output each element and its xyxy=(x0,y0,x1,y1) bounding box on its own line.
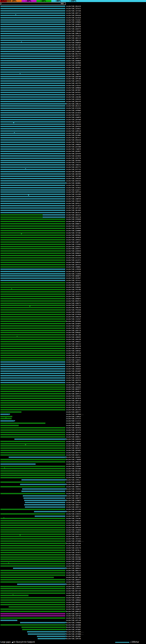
hit-label[interactable]: UniRef100_Q70AF5 xyxy=(66,51,81,52)
hit-label[interactable]: UniRef100_A7MW48 xyxy=(66,443,81,445)
hit-bar[interactable] xyxy=(0,540,65,542)
hit-label[interactable]: UniRef100_Q946W7 xyxy=(66,493,81,494)
hit-label[interactable]: UniRef100_C6T577 xyxy=(66,291,81,293)
hit-label[interactable]: UniRef100_B9RG10 xyxy=(66,520,81,522)
hit-label[interactable]: UniRef100_Q39770 xyxy=(66,158,81,159)
hit-bar[interactable] xyxy=(0,300,65,302)
hit-bar[interactable] xyxy=(0,12,65,14)
hit-label[interactable]: UniRef100_A9PHL6 xyxy=(66,565,81,567)
hit-label[interactable]: UniRef100_A9NXW2 xyxy=(66,522,81,524)
hit-bar[interactable] xyxy=(0,380,65,381)
hit-bar[interactable] xyxy=(0,15,65,16)
hit-bar[interactable] xyxy=(0,135,65,136)
hit-label[interactable]: UniRef100_Q9ATL8 xyxy=(66,400,81,402)
hit-label[interactable]: UniRef100_Q04119 xyxy=(66,37,81,39)
hit-bar[interactable] xyxy=(0,208,65,208)
hit-label[interactable]: UniRef100_C6T404 xyxy=(66,232,81,234)
hit-bar[interactable] xyxy=(0,262,65,263)
hit-bar[interactable] xyxy=(0,110,65,111)
hit-bar[interactable] xyxy=(0,613,65,614)
hit-label[interactable]: UniRef100_C6TAJ5 xyxy=(66,8,81,10)
hit-bar[interactable] xyxy=(0,194,65,195)
hit-label[interactable]: UniRef100_Q9FW95 xyxy=(66,450,81,452)
hit-label[interactable]: UniRef100_A9HJ55 xyxy=(66,377,81,379)
hit-label[interactable]: UniRef100_B6V696 xyxy=(66,26,81,28)
hit-label[interactable]: UniRef100_UPI000... xyxy=(66,414,84,415)
hit-bar[interactable] xyxy=(0,556,65,558)
hit-label[interactable]: UniRef100_C0HGZ4 xyxy=(66,572,81,574)
hit-bar[interactable] xyxy=(0,350,65,351)
hit-bar[interactable] xyxy=(0,296,65,297)
hit-label[interactable]: UniRef100_B9HXE7 xyxy=(66,602,81,603)
hit-label[interactable]: UniRef100_A7PJU7 xyxy=(66,94,81,96)
hit-bar[interactable] xyxy=(0,133,65,134)
hit-label[interactable]: UniRef100_B6SZH3 xyxy=(66,563,81,565)
hit-bar[interactable] xyxy=(0,56,65,57)
hit-bar[interactable] xyxy=(0,264,65,265)
hit-bar[interactable] xyxy=(0,142,65,143)
hit-label[interactable]: UniRef100_Q41616 xyxy=(66,17,81,19)
hit-label[interactable]: UniRef100_C6T446 xyxy=(66,10,81,12)
hit-bar[interactable] xyxy=(0,80,65,82)
hit-label[interactable]: UniRef100_A9PJD6 xyxy=(66,78,81,80)
hit-bar[interactable] xyxy=(0,388,65,390)
hit-label[interactable]: UniRef100_C6TB52 xyxy=(66,187,81,189)
hit-bar[interactable] xyxy=(0,464,36,465)
hit-label[interactable]: UniRef100_P93706 xyxy=(66,289,81,290)
hit-bar[interactable] xyxy=(0,164,65,166)
hit-label[interactable]: UniRef100_C0PC36 xyxy=(66,638,81,640)
hit-bar[interactable] xyxy=(0,266,65,268)
hit-bar[interactable] xyxy=(0,10,65,12)
hit-bar[interactable] xyxy=(0,475,65,476)
hit-bar[interactable] xyxy=(0,176,65,177)
hit-bar[interactable] xyxy=(0,579,65,580)
hit-bar[interactable] xyxy=(0,287,65,288)
hit-bar[interactable] xyxy=(0,466,65,467)
hit-label[interactable]: UniRef100_C6T411 xyxy=(66,280,81,282)
hit-bar[interactable] xyxy=(0,529,65,530)
hit-label[interactable]: UniRef100_B9GVD2 xyxy=(66,282,81,284)
hit-bar[interactable] xyxy=(21,627,65,628)
hit-bar[interactable] xyxy=(0,190,65,190)
hit-label[interactable]: UniRef100_A9PCF5 xyxy=(66,58,81,60)
hit-label[interactable]: UniRef100_B9RUQ2 xyxy=(66,332,81,334)
hit-label[interactable]: UniRef100_Q1PCR3 xyxy=(66,502,81,504)
hit-label[interactable]: UniRef100_Q30GQ4 xyxy=(66,364,81,365)
hit-bar[interactable] xyxy=(0,212,65,213)
hit-label[interactable]: UniRef100_A9UED3 xyxy=(66,386,81,388)
hit-label[interactable]: UniRef100_C6TB36 xyxy=(66,529,81,531)
hit-bar[interactable] xyxy=(0,126,65,127)
hit-bar[interactable] xyxy=(0,51,65,52)
hit-bar[interactable] xyxy=(0,547,65,548)
hit-bar[interactable] xyxy=(0,85,65,86)
hit-bar[interactable] xyxy=(0,185,65,186)
hit-label[interactable]: UniRef100_Q5DVT4 xyxy=(66,28,81,30)
hit-bar[interactable] xyxy=(35,516,65,517)
hit-label[interactable]: UniRef100_Q9V607 xyxy=(66,277,81,279)
hit-label[interactable]: UniRef100_B7UC05 xyxy=(66,271,81,272)
hit-label[interactable]: UniRef100_A9UED4 xyxy=(66,368,81,370)
hit-label[interactable]: UniRef100_Q39646 xyxy=(66,466,81,468)
hit-bar[interactable] xyxy=(0,531,65,532)
hit-bar[interactable] xyxy=(0,117,65,118)
hit-bar[interactable] xyxy=(0,441,65,442)
hit-bar[interactable] xyxy=(0,618,65,619)
hit-label[interactable]: UniRef100_A9NYQ7 xyxy=(66,350,81,352)
hit-label[interactable]: UniRef100_B7UC04 xyxy=(66,107,81,109)
hit-bar[interactable] xyxy=(0,144,65,145)
hit-bar[interactable] xyxy=(0,24,65,25)
hit-label[interactable]: UniRef100_Q9YV14 xyxy=(66,264,81,266)
hit-bar[interactable] xyxy=(0,128,65,129)
hit-bar[interactable] xyxy=(21,479,65,480)
hit-bar[interactable] xyxy=(0,454,65,456)
hit-label[interactable]: UniRef100_Q6L669 xyxy=(66,210,81,211)
hit-label[interactable]: UniRef100_A9PSI3 xyxy=(66,80,81,82)
hit-bar[interactable] xyxy=(0,577,54,578)
hit-bar[interactable] xyxy=(0,158,65,159)
hit-bar[interactable] xyxy=(0,522,65,524)
hit-bar[interactable] xyxy=(27,631,65,632)
hit-bar[interactable] xyxy=(0,65,65,66)
hit-bar[interactable] xyxy=(0,171,65,172)
hit-bar[interactable] xyxy=(0,60,65,61)
hit-bar[interactable] xyxy=(22,488,65,490)
